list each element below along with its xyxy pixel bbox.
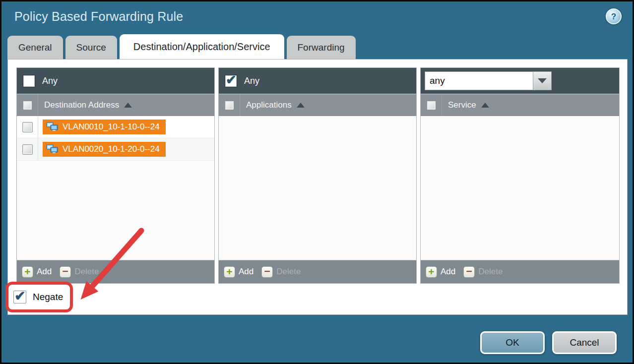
destination-column-header-label: Destination Address [44, 100, 119, 110]
destination-select-all-cell [17, 94, 38, 116]
tab-source[interactable]: Source [65, 36, 117, 59]
service-dropdown[interactable]: any [425, 71, 552, 90]
destination-column-header-row: Destination Address [17, 94, 214, 116]
delete-label: Delete [74, 267, 99, 277]
table-row[interactable]: VLAN0010_10-1-10-0--24 [17, 116, 214, 138]
address-object-chip[interactable]: VLAN0020_10-1-20-0--24 [43, 142, 166, 157]
applications-column-header-label: Applications [246, 100, 292, 110]
service-select-all-checkbox[interactable] [427, 101, 436, 110]
delete-button[interactable]: − Delete [60, 266, 99, 278]
sort-ascending-icon[interactable] [297, 103, 305, 108]
add-label: Add [441, 267, 455, 277]
service-column-header-label: Service [448, 100, 476, 110]
destination-any-bar: Any [17, 68, 214, 94]
add-button[interactable]: + Add [22, 266, 52, 278]
dialog-policy-based-forwarding-rule: Policy Based Forwarding Rule ? General S… [0, 0, 634, 364]
network-address-icon [46, 144, 58, 154]
tab-destination-application-service[interactable]: Destination/Application/Service [120, 34, 284, 59]
applications-column-header-row: Applications [219, 94, 416, 116]
destination-any-label: Any [42, 76, 58, 86]
applications-panel: Any Applications + Add − Delete [218, 67, 417, 284]
title-bar: Policy Based Forwarding Rule ? [1, 1, 633, 34]
address-object-label: VLAN0020_10-1-20-0--24 [63, 144, 160, 154]
question-mark-glyph: ? [611, 12, 616, 21]
help-icon[interactable]: ? [606, 8, 622, 24]
applications-any-label: Any [244, 76, 259, 86]
service-list [421, 116, 619, 260]
plus-icon: + [22, 266, 33, 278]
service-dropdown-bar: any [421, 68, 619, 94]
add-button[interactable]: + Add [426, 266, 455, 278]
chevron-down-icon [538, 78, 547, 83]
cancel-button-label: Cancel [570, 337, 599, 348]
tab-source-label: Source [76, 42, 106, 53]
add-label: Add [239, 267, 254, 277]
negate-highlight-box: Negate [5, 282, 73, 312]
content-area: Any Destination Address [7, 59, 628, 315]
tab-bar: General Source Destination/Application/S… [7, 34, 358, 59]
service-select-all-cell [421, 94, 442, 116]
minus-icon: − [261, 266, 273, 278]
sort-ascending-icon[interactable] [124, 103, 132, 108]
applications-select-all-checkbox[interactable] [225, 101, 234, 110]
address-object-label: VLAN0010_10-1-10-0--24 [63, 122, 160, 132]
network-address-icon [46, 122, 58, 132]
delete-label: Delete [276, 267, 301, 277]
add-button[interactable]: + Add [224, 266, 254, 278]
page-title: Policy Based Forwarding Rule [14, 9, 183, 24]
dropdown-arrow-button[interactable] [533, 71, 552, 90]
delete-button[interactable]: − Delete [463, 266, 503, 278]
tab-forwarding-label: Forwarding [298, 42, 345, 53]
applications-select-all-cell [219, 94, 240, 116]
table-row[interactable]: VLAN0020_10-1-20-0--24 [17, 138, 214, 161]
delete-button[interactable]: − Delete [261, 266, 301, 278]
negate-checkbox[interactable] [13, 291, 26, 303]
applications-any-bar: Any [219, 68, 416, 94]
destination-panel-footer: + Add − Delete [17, 260, 214, 283]
row-checkbox[interactable] [22, 122, 33, 132]
negate-label: Negate [33, 292, 63, 303]
row-checkbox-cell [17, 116, 38, 138]
tab-general-label: General [18, 42, 52, 53]
destination-address-list: VLAN0010_10-1-10-0--24 VLAN0020_10-1 [17, 116, 214, 260]
service-column-header-row: Service [421, 94, 619, 116]
tab-destination-application-service-label: Destination/Application/Service [133, 41, 270, 53]
minus-icon: − [463, 266, 475, 278]
ok-button[interactable]: OK [480, 331, 545, 354]
service-panel-footer: + Add − Delete [421, 260, 619, 283]
sort-ascending-icon[interactable] [481, 103, 489, 108]
ok-button-label: OK [506, 337, 519, 348]
address-object-chip[interactable]: VLAN0010_10-1-10-0--24 [43, 120, 166, 134]
add-label: Add [37, 267, 52, 277]
destination-select-all-checkbox[interactable] [23, 101, 32, 110]
minus-icon: − [60, 266, 71, 278]
service-dropdown-value: any [425, 71, 533, 90]
destination-address-panel: Any Destination Address [16, 67, 215, 284]
service-panel: any Service + Add − Delete [420, 67, 620, 284]
cancel-button[interactable]: Cancel [552, 331, 617, 354]
applications-list [219, 116, 416, 260]
applications-panel-footer: + Add − Delete [219, 260, 416, 283]
destination-any-checkbox[interactable] [23, 75, 35, 87]
tab-general[interactable]: General [7, 36, 63, 59]
tab-forwarding[interactable]: Forwarding [287, 36, 356, 59]
applications-any-checkbox[interactable] [225, 75, 237, 87]
plus-icon: + [426, 266, 437, 278]
row-checkbox-cell [17, 138, 38, 160]
plus-icon: + [224, 266, 235, 278]
delete-label: Delete [478, 267, 503, 277]
row-checkbox[interactable] [22, 144, 33, 155]
